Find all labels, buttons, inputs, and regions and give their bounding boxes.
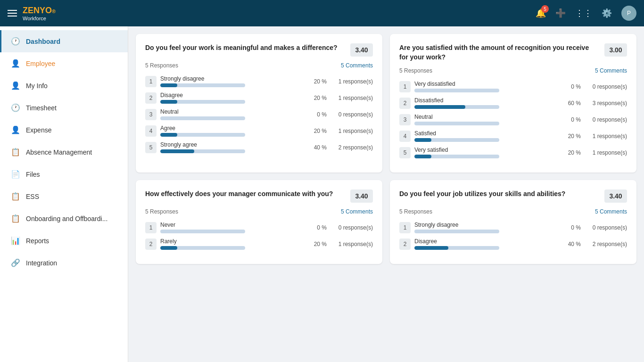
response-row: 1 Strongly disagree 0 % 0 response(s)	[399, 222, 627, 233]
sidebar: 🕐 Dashboard 👤 Employee 👤 My Info 🕐 Times…	[0, 26, 128, 362]
response-label: Never	[160, 222, 306, 228]
response-info: Agree	[160, 125, 306, 137]
sidebar-item-ess[interactable]: 📋 ESS	[0, 185, 128, 207]
card-meta: 5 Responses 5 Comments	[399, 208, 627, 215]
response-label: Dissatisfied	[414, 97, 560, 104]
response-count: 0 response(s)	[330, 224, 373, 231]
sidebar-item-expense[interactable]: 👤 Expense	[0, 119, 128, 141]
response-count: 0 response(s)	[330, 111, 373, 118]
sidebar-label-absence: Absence Management	[26, 148, 92, 156]
rank-badge: 5	[145, 142, 157, 153]
response-label: Strongly agree	[160, 141, 306, 148]
sidebar-item-myinfo[interactable]: 👤 My Info	[0, 74, 128, 97]
rank-badge: 1	[145, 76, 157, 87]
apps-icon[interactable]: ⋮⋮	[575, 8, 592, 18]
rank-badge: 3	[145, 109, 157, 120]
response-label: Disagree	[414, 238, 560, 245]
response-percent: 20 %	[310, 241, 327, 247]
rank-badge: 2	[145, 239, 157, 250]
rank-badge: 1	[399, 81, 411, 92]
response-label: Rarely	[160, 238, 306, 245]
response-info: Very satisfied	[414, 147, 560, 158]
progress-bar-bg	[414, 246, 499, 250]
response-count: 1 response(s)	[585, 133, 627, 140]
progress-bar-bg	[414, 89, 499, 92]
progress-bar-fill	[160, 246, 177, 250]
progress-bar-fill	[414, 246, 448, 250]
response-row: 3 Neutral 0 % 0 response(s)	[399, 114, 627, 125]
response-info: Never	[160, 222, 306, 233]
sidebar-label-myinfo: My Info	[26, 82, 48, 90]
logo-subtitle: Workforce	[23, 16, 56, 21]
response-info: Very dissatisfied	[414, 81, 560, 92]
comments-link[interactable]: 5 Comments	[595, 208, 627, 215]
comments-link[interactable]: 5 Comments	[341, 62, 373, 69]
rank-badge: 4	[145, 125, 157, 137]
response-label: Neutral	[160, 108, 306, 115]
settings-icon[interactable]: ⚙️	[602, 8, 612, 18]
comments-link[interactable]: 5 Comments	[341, 208, 373, 215]
card-title: How effectively does your manager commun…	[145, 189, 350, 199]
sidebar-item-files[interactable]: 📄 Files	[0, 163, 128, 185]
sidebar-label-dashboard: Dashboard	[26, 38, 60, 45]
logo: ZENYO® Workforce	[23, 6, 56, 21]
response-count: 2 response(s)	[585, 241, 627, 247]
response-row: 2 Disagree 20 % 1 response(s)	[145, 92, 373, 104]
response-count: 1 response(s)	[330, 241, 373, 247]
progress-bar-bg	[160, 246, 245, 250]
sidebar-item-onboarding[interactable]: 📋 Onboarding and Offboardi...	[0, 207, 128, 230]
sidebar-item-absence[interactable]: 📋 Absence Management	[0, 141, 128, 163]
response-label: Neutral	[414, 114, 560, 120]
sidebar-label-expense: Expense	[26, 126, 51, 134]
main-layout: 🕐 Dashboard 👤 Employee 👤 My Info 🕐 Times…	[0, 26, 644, 362]
hamburger-menu[interactable]	[8, 10, 17, 16]
response-percent: 0 %	[564, 224, 581, 231]
survey-card-card1: Do you feel your work is meaningful and …	[136, 34, 382, 173]
rank-badge: 5	[399, 147, 411, 158]
rank-badge: 4	[399, 131, 411, 142]
responses-count: 5 Responses	[145, 62, 178, 69]
response-label: Strongly disagree	[414, 222, 560, 228]
response-info: Rarely	[160, 238, 306, 250]
add-icon[interactable]: ➕	[555, 8, 566, 18]
avatar[interactable]: P	[621, 6, 636, 21]
myinfo-icon: 👤	[11, 81, 20, 90]
progress-bar-fill	[414, 155, 431, 158]
response-count: 0 response(s)	[585, 224, 627, 231]
response-count: 0 response(s)	[585, 116, 627, 123]
notification-icon[interactable]: 🔔 5	[536, 8, 546, 18]
response-row: 1 Very dissatisfied 0 % 0 response(s)	[399, 81, 627, 92]
response-label: Strongly disagree	[160, 75, 306, 82]
response-info: Disagree	[414, 238, 560, 250]
files-icon: 📄	[11, 170, 20, 179]
sidebar-item-employee[interactable]: 👤 Employee	[0, 52, 128, 74]
card-title: Do you feel your work is meaningful and …	[145, 43, 350, 53]
absence-icon: 📋	[11, 148, 20, 156]
response-count: 3 response(s)	[585, 100, 627, 107]
timesheet-icon: 🕐	[11, 103, 20, 112]
progress-bar-fill	[414, 105, 465, 109]
response-percent: 0 %	[310, 224, 327, 231]
response-row: 2 Rarely 20 % 1 response(s)	[145, 238, 373, 250]
card-header: Do you feel your work is meaningful and …	[145, 43, 373, 57]
response-label: Satisfied	[414, 130, 560, 137]
logo-text: ZENYO®	[23, 6, 56, 15]
rank-badge: 1	[399, 222, 411, 233]
sidebar-item-integration[interactable]: 🔗 Integration	[0, 252, 128, 274]
card-title: Are you satisfied with the amount of rec…	[399, 43, 604, 62]
response-info: Strongly agree	[160, 141, 306, 153]
response-percent: 0 %	[564, 116, 581, 123]
comments-link[interactable]: 5 Comments	[595, 67, 627, 74]
sidebar-item-timesheet[interactable]: 🕐 Timesheet	[0, 97, 128, 119]
sidebar-item-reports[interactable]: 📊 Reports	[0, 230, 128, 252]
header-right: 🔔 5 ➕ ⋮⋮ ⚙️ P	[536, 6, 636, 21]
response-row: 4 Satisfied 20 % 1 response(s)	[399, 130, 627, 142]
progress-bar-bg	[414, 105, 499, 109]
response-percent: 60 %	[564, 100, 581, 107]
score-badge: 3.40	[350, 189, 373, 203]
response-info: Neutral	[160, 108, 306, 120]
main-content: Do you feel your work is meaningful and …	[128, 26, 644, 362]
sidebar-label-integration: Integration	[26, 259, 57, 267]
sidebar-item-dashboard[interactable]: 🕐 Dashboard	[0, 30, 128, 52]
progress-bar-bg	[414, 155, 499, 158]
